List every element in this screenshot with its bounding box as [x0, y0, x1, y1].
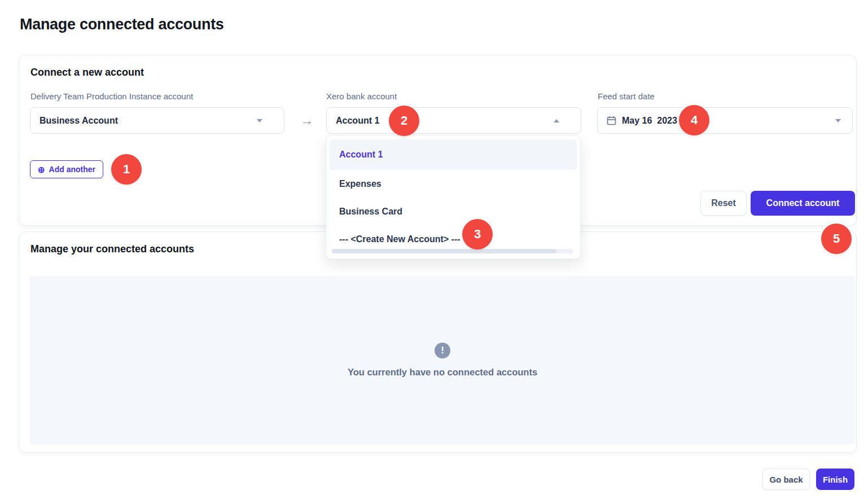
step-badge-1: 1 [111, 154, 142, 185]
calendar-icon [607, 116, 616, 125]
step-badge-5: 5 [821, 224, 852, 254]
dropdown-option-account-1[interactable]: Account 1 [330, 139, 577, 170]
connect-account-button[interactable]: Connect account [751, 191, 855, 216]
source-account-select[interactable]: Business Account [30, 107, 284, 134]
empty-state-panel: ! You currently have no connected accoun… [30, 276, 855, 444]
add-another-label: Add another [49, 165, 95, 174]
empty-state-message: You currently have no connected accounts [348, 367, 537, 378]
step-badge-4: 4 [679, 105, 709, 135]
manage-card-title: Manage your connected accounts [30, 243, 194, 255]
source-account-label: Delivery Team Production Instance accoun… [30, 91, 193, 101]
manage-accounts-card: Manage your connected accounts ! You cur… [19, 231, 857, 453]
connect-card-title: Connect a new account [30, 67, 144, 78]
chevron-down-icon [835, 119, 841, 122]
circle-plus-icon: ⊕ [38, 165, 45, 174]
step-badge-2: 2 [389, 106, 419, 136]
reset-button[interactable]: Reset [700, 191, 747, 216]
page-title: Manage connected accounts [20, 16, 224, 33]
xero-account-select[interactable]: Account 1 [326, 107, 581, 134]
feed-start-date-label: Feed start date [598, 91, 655, 101]
feed-start-date-picker[interactable]: May 16 2023 [597, 107, 853, 134]
chevron-down-icon [257, 119, 262, 122]
feed-start-date-value: May 16 2023 [622, 116, 677, 126]
step-badge-3: 3 [462, 219, 493, 250]
go-back-button[interactable]: Go back [762, 469, 810, 490]
alert-icon: ! [435, 343, 450, 358]
xero-account-dropdown: Account 1 Expenses Business Card --- <Cr… [326, 135, 581, 259]
dropdown-option-expenses[interactable]: Expenses [330, 170, 577, 198]
finish-button[interactable]: Finish [816, 469, 854, 490]
dropdown-option-business-card[interactable]: Business Card [330, 198, 577, 225]
arrow-right-icon: → [300, 113, 313, 128]
add-another-button[interactable]: ⊕ Add another [30, 160, 103, 178]
chevron-up-icon [554, 119, 559, 122]
manage-connected-accounts-page: Manage connected accounts Connect a new … [0, 0, 868, 499]
xero-account-label: Xero bank account [326, 91, 397, 101]
xero-account-value: Account 1 [336, 116, 379, 126]
source-account-value: Business Account [40, 116, 118, 126]
dropdown-scrollbar-thumb[interactable] [332, 249, 556, 253]
dropdown-scrollbar-track[interactable] [332, 249, 573, 253]
